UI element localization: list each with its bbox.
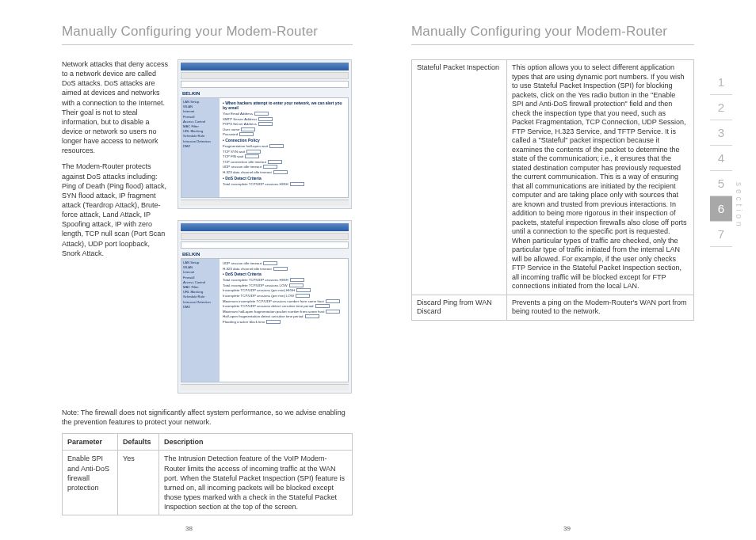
table-row: Discard Ping from WAN Discard Prevents a… [412,295,694,320]
window-titlebar [181,223,349,231]
section-nav-item[interactable]: 2 [710,95,732,120]
status-bar [181,200,349,206]
right-table-wrap: Stateful Packet Inspection This option a… [411,59,694,321]
heading-right: Manually Configuring your Modem-Router [411,24,694,45]
window-toolbar [181,72,349,79]
paragraph: The Modem-Router protects against DoS at… [62,162,170,257]
cell-parameter: Enable SPI and Anti-DoS firewall protect… [63,451,118,515]
cell-defaults: Yes [118,451,159,515]
table-row: Stateful Packet Inspection This option a… [412,60,694,295]
left-text-column: Network attacks that deny access to a ne… [62,59,170,405]
th-parameter: Parameter [63,434,118,451]
heading-left: Manually Configuring your Modem-Router [62,24,353,45]
section-nav-item-active[interactable]: 6 [710,196,732,222]
address-bar [181,81,349,88]
page-right: Manually Configuring your Modem-Router S… [378,0,756,540]
page-number: 38 [0,525,378,532]
window-toolbar [181,233,349,240]
section-nav-item[interactable]: 3 [710,120,732,146]
definitions-table: Stateful Packet Inspection This option a… [411,59,694,321]
table-row: Enable SPI and Anti-DoS firewall protect… [63,451,353,515]
section-label: section [735,182,743,230]
section-nav-item[interactable]: 4 [710,146,732,171]
cell-definition: Prevents a ping on the Modem-Router's WA… [507,295,694,320]
th-defaults: Defaults [118,434,159,451]
screenshot-content: UDP session idle timeout H.323 data chan… [220,259,348,382]
screenshot-thumbnail: BELKIN LAN SetupWLAN InternetFirewall Ac… [178,220,352,394]
status-bar [181,384,349,390]
cell-definition: This option allows you to select differe… [507,60,694,295]
page-number: 39 [378,525,756,532]
note-paragraph: Note: The firewall does not significantl… [62,408,353,427]
screenshots-column: BELKIN LAN SetupWLAN InternetFirewall Ac… [178,59,353,405]
section-nav-item[interactable]: 1 [710,70,732,95]
page-left: Manually Configuring your Modem-Router N… [0,0,378,540]
brand-logo: BELKIN [181,250,349,258]
cell-term: Discard Ping from WAN Discard [412,295,507,320]
paragraph: Network attacks that deny access to a ne… [62,59,170,155]
section-nav-item[interactable]: 7 [710,222,732,247]
left-body: Network attacks that deny access to a ne… [62,59,353,405]
window-titlebar [181,63,349,70]
screenshot-content: • When hackers attempt to enter your net… [220,98,348,197]
th-description: Description [159,434,353,451]
brand-logo: BELKIN [181,89,349,97]
screenshot-thumbnail: BELKIN LAN SetupWLAN InternetFirewall Ac… [178,59,352,209]
section-nav: 1 2 3 4 5 6 7 [710,70,732,247]
address-bar [181,241,349,249]
table-header-row: Parameter Defaults Description [63,434,353,451]
parameters-table: Parameter Defaults Description Enable SP… [62,433,353,515]
screenshot-sidebar: LAN SetupWLAN InternetFirewall Access Co… [181,259,220,382]
cell-description: The Intrusion Detection feature of the V… [159,451,353,515]
cell-term: Stateful Packet Inspection [412,60,507,295]
screenshot-sidebar: LAN SetupWLAN InternetFirewall Access Co… [181,98,220,197]
section-nav-item[interactable]: 5 [710,171,732,196]
